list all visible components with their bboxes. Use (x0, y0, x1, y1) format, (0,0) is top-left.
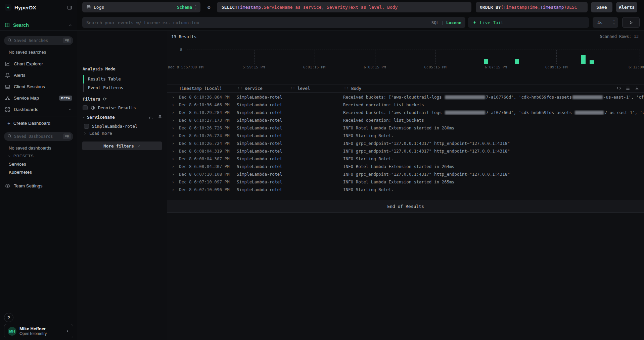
end-of-results: End of Results (167, 200, 644, 213)
histogram-bar[interactable] (581, 55, 586, 64)
load-more-button[interactable]: Load more (83, 131, 112, 136)
expand-row-icon[interactable]: › (172, 133, 179, 138)
expand-row-icon[interactable]: › (172, 141, 179, 146)
preset-item[interactable]: Services (9, 162, 26, 167)
log-row[interactable]: ›Dec 8 6:10:36.864 PMSimpleLambda-rotelR… (167, 93, 644, 101)
expand-row-icon[interactable]: › (172, 95, 179, 100)
gear-icon (5, 183, 10, 188)
col-timestamp[interactable]: Timestamp (Local) (179, 86, 237, 91)
log-row[interactable]: ›Dec 8 6:10:26.724 PMSimpleLambda-rotelI… (167, 139, 644, 147)
denoise-results-row[interactable]: Denoise Results (83, 105, 136, 110)
facet-value-checkbox[interactable] (84, 124, 89, 129)
sidebar-item-team-settings[interactable]: Team Settings (0, 180, 77, 191)
create-dashboard-button[interactable]: + Create Dashboard (0, 118, 77, 128)
col-service[interactable]: ⋮⋮service (237, 86, 289, 91)
event-search-input[interactable] (82, 17, 465, 28)
sidebar-item-chart-explorer[interactable]: Chart Explorer (0, 58, 77, 69)
expand-row-icon[interactable]: › (172, 110, 179, 115)
cell-service: SimpleLambda-rotel (237, 164, 289, 169)
bar-chart-icon[interactable] (149, 115, 153, 119)
refresh-interval-select[interactable]: 4s ⌃⌄ (593, 17, 618, 28)
histogram-bar[interactable] (484, 59, 488, 64)
sidebar-item-alerts[interactable]: Alerts (0, 70, 77, 80)
cell-timestamp: Dec 8 6:10:26.724 PM (179, 141, 237, 146)
log-row[interactable]: ›Dec 8 6:10:29.284 PMSimpleLambda-rotelR… (167, 109, 644, 116)
gridline (315, 50, 315, 64)
sidebar-item-client-sessions[interactable]: Client Sessions (0, 81, 77, 92)
expand-row-icon[interactable]: › (172, 164, 179, 169)
log-row[interactable]: ›Dec 8 6:10:27.173 PMSimpleLambda-rotelR… (167, 116, 644, 124)
cell-timestamp: Dec 8 6:10:29.284 PM (179, 110, 237, 115)
live-tail-button[interactable]: Live Tail (468, 17, 589, 28)
cell-timestamp: Dec 8 6:10:26.724 PM (179, 133, 237, 138)
expand-row-icon[interactable]: › (172, 126, 179, 130)
beta-badge: BETA (59, 96, 72, 101)
log-row[interactable]: ›Dec 8 6:10:36.466 PMSimpleLambda-rotelR… (167, 101, 644, 109)
log-row[interactable]: ›Dec 8 6:08:04.307 PMSimpleLambda-rotelI… (167, 155, 644, 163)
cell-body: INFO Rotel Lambda Extension started in 2… (343, 125, 644, 130)
expand-row-icon[interactable]: › (172, 103, 179, 107)
facet-value-label: SimpleLambda-rotel (92, 124, 137, 129)
denoise-checkbox[interactable] (83, 105, 88, 110)
sidebar-collapse-icon[interactable] (67, 5, 72, 10)
no-saved-dashboards-text: No saved dashboards (9, 146, 51, 151)
log-row[interactable]: ›Dec 8 6:08:04.319 PMSimpleLambda-rotelI… (167, 147, 644, 155)
mode-event-patterns[interactable]: Event Patterns (83, 83, 123, 92)
expand-row-icon[interactable]: › (172, 172, 179, 177)
query-settings-gear-icon[interactable]: ⚙ (205, 4, 212, 11)
source-selector[interactable]: Logs Schema ⌃⌄ (82, 2, 200, 12)
expand-row-icon[interactable]: › (172, 149, 179, 154)
expand-row-icon[interactable]: › (172, 180, 179, 184)
save-button[interactable]: Save (591, 2, 612, 12)
more-filters-button[interactable]: More filters (82, 141, 162, 150)
help-button[interactable]: ? (4, 313, 13, 322)
saved-dashboards-input[interactable] (4, 132, 73, 141)
drag-handle-icon[interactable]: ⋮⋮ (343, 87, 349, 91)
preset-item[interactable]: Kubernetes (9, 170, 32, 175)
lucene-mode-toggle[interactable]: Lucene (446, 20, 461, 25)
interval-value: 4s (597, 20, 603, 25)
refresh-icon[interactable]: ⟳ (103, 97, 107, 102)
expand-row-icon[interactable]: › (172, 187, 179, 192)
col-body[interactable]: ⋮⋮Body (343, 86, 644, 91)
results-area: 13 Results Scanned Rows: 13 8 Dec 8 5:57… (167, 31, 644, 340)
drag-handle-icon[interactable]: ⋮⋮ (289, 87, 295, 91)
pin-icon[interactable] (158, 115, 162, 119)
sidebar-item-service-map[interactable]: Service Map BETA (0, 93, 77, 103)
histogram-bar[interactable] (515, 59, 519, 64)
log-row[interactable]: ›Dec 8 6:08:04.307 PMSimpleLambda-rotelI… (167, 163, 644, 170)
redacted-text (572, 95, 603, 99)
code-icon[interactable] (616, 86, 621, 91)
chevron-down-icon (7, 154, 11, 158)
user-menu[interactable]: MH Mike Heffner OpenTelemetry (4, 324, 73, 338)
facet-servicename[interactable]: ServiceName (82, 115, 162, 120)
sidebar: HyperDX Search ⌘K No saved searches Char… (0, 0, 77, 340)
filters-label: Filters (83, 97, 100, 102)
sidebar-item-search[interactable]: Search (0, 19, 77, 31)
download-icon[interactable] (635, 86, 639, 91)
mode-results-table[interactable]: Results Table (83, 75, 123, 83)
sidebar-item-dashboards[interactable]: Dashboards (0, 104, 77, 115)
select-query[interactable]: SELECT Timestamp, ServiceName as service… (217, 2, 471, 12)
presets-toggle[interactable]: PRESETS (7, 154, 34, 158)
run-query-button[interactable] (622, 17, 640, 28)
log-row[interactable]: ›Dec 8 6:07:10.108 PMSimpleLambda-rotelI… (167, 170, 644, 178)
user-org: OpenTelemetry (19, 331, 65, 336)
drag-handle-icon[interactable]: ⋮⋮ (237, 87, 242, 91)
log-row[interactable]: ›Dec 8 6:07:10.097 PMSimpleLambda-rotelI… (167, 178, 644, 186)
saved-searches-input[interactable] (4, 36, 73, 45)
load-more-label: Load more (89, 131, 112, 136)
expand-row-icon[interactable]: › (172, 118, 179, 123)
table-options-icon[interactable] (626, 86, 630, 91)
col-level[interactable]: ⋮⋮level (289, 86, 343, 91)
log-row[interactable]: ›Dec 8 6:10:26.726 PMSimpleLambda-rotelI… (167, 124, 644, 132)
log-row[interactable]: ›Dec 8 6:10:26.724 PMSimpleLambda-rotelI… (167, 132, 644, 139)
order-by-query[interactable]: ORDER BY (TimestampTime, Timestamp) DESC (476, 2, 588, 12)
sql-mode-toggle[interactable]: SQL (431, 20, 439, 25)
histogram-bar[interactable] (590, 60, 594, 64)
alerts-button[interactable]: Alerts (616, 2, 637, 12)
facet-value-row[interactable]: SimpleLambda-rotel (84, 124, 137, 129)
log-row[interactable]: ›Dec 8 6:07:10.096 PMSimpleLambda-rotelI… (167, 186, 644, 193)
cell-timestamp: Dec 8 6:10:36.466 PM (179, 102, 237, 107)
expand-row-icon[interactable]: › (172, 157, 179, 161)
